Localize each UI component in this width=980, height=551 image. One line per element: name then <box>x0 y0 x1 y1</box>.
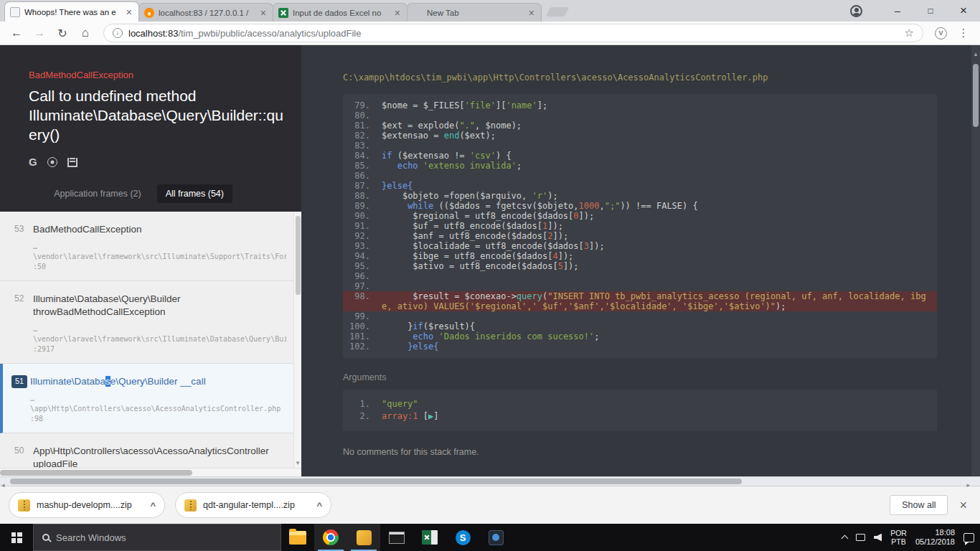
site-info-icon[interactable] <box>113 28 123 38</box>
downloads-actions: Show all <box>890 495 971 515</box>
download-name: qdt-angular-templ....zip <box>203 500 295 510</box>
download-name: mashup-developm....zip <box>37 500 132 510</box>
code-line: 87.}else{ <box>343 181 937 191</box>
frames-vscrollbar[interactable] <box>293 212 301 468</box>
tab-close-icon[interactable] <box>259 8 268 18</box>
forward-button[interactable] <box>29 27 50 39</box>
sidebar-hscrollbar[interactable] <box>0 468 301 476</box>
browser-tab[interactable]: Whoops! There was an e <box>4 1 139 22</box>
download-item[interactable]: mashup-developm....zip <box>9 492 165 518</box>
google-search-icon[interactable] <box>29 156 37 169</box>
language-indicator[interactable]: POR PTB <box>890 529 907 546</box>
notification-center-icon[interactable] <box>963 533 974 542</box>
whoops-sidebar: BadMethodCallException Call to undefined… <box>0 45 301 476</box>
extension-badge-icon[interactable] <box>935 27 947 39</box>
chrome-taskbar-button[interactable] <box>314 524 347 551</box>
frame-title: App\Http\Controllers\acesso\AcessoAnalyt… <box>33 445 286 458</box>
tray-expand-icon[interactable] <box>842 535 849 542</box>
downloads-close-icon[interactable] <box>959 498 967 513</box>
code-line: 91. $uf = utf8_encode($dados[1]); <box>343 221 937 231</box>
stack-frame[interactable]: 50App\Http\Controllers\acesso\AcessoAnal… <box>0 433 293 468</box>
home-button[interactable] <box>75 26 96 40</box>
page-vscroll-thumb[interactable] <box>973 64 979 127</box>
photos-taskbar-button[interactable] <box>479 524 512 551</box>
file-path: C:\xampp\htdocs\tim_pwbi\app\Http\Contro… <box>343 72 937 83</box>
stack-frame[interactable]: 53BadMethodCallException…\vendor\laravel… <box>0 212 293 281</box>
tab-title: localhost:83 / 127.0.0.1 / <box>159 9 255 17</box>
language-bottom: PTB <box>890 537 907 546</box>
show-all-button[interactable]: Show all <box>890 495 948 515</box>
tab-application-frames[interactable]: Application frames (2) <box>54 189 141 199</box>
exception-class: BadMethodCallException <box>29 70 284 80</box>
editor-taskbar-button[interactable] <box>347 524 380 551</box>
page-hscroll-thumb[interactable] <box>10 479 742 484</box>
sidebar-hscroll-thumb[interactable] <box>0 470 192 476</box>
frames-filter-tabs: Application frames (2) All frames (54) <box>0 169 301 212</box>
download-caret-icon[interactable] <box>316 500 322 511</box>
scroll-down-icon[interactable] <box>296 455 300 468</box>
taskbar-apps <box>281 524 512 551</box>
help-icon[interactable] <box>47 157 57 167</box>
clock[interactable]: 18:08 05/12/2018 <box>915 528 955 547</box>
selected-text: s <box>105 376 110 387</box>
taskbar-search-input[interactable]: Search Windows <box>33 524 281 551</box>
page-hscrollbar[interactable] <box>0 476 980 486</box>
tab-close-icon[interactable] <box>527 8 536 18</box>
back-button[interactable] <box>6 27 27 39</box>
code-panel: C:\xampp\htdocs\tim_pwbi\app\Http\Contro… <box>301 45 971 476</box>
code-line: 95. $ativo = utf8_encode($dados[5]); <box>343 261 937 271</box>
profile-icon[interactable] <box>850 5 862 17</box>
code-line: 102. }else{ <box>343 342 937 352</box>
address-bar[interactable]: localhost:83/tim_pwbi/public/acesso/anal… <box>103 24 923 42</box>
close-button[interactable] <box>947 0 980 22</box>
photos-icon <box>489 530 504 545</box>
tab-close-icon[interactable] <box>125 7 133 17</box>
terminal-icon <box>389 532 405 544</box>
start-button[interactable] <box>0 524 33 551</box>
code-block: 79.$nome = $_FILES['file']['name'];80.81… <box>343 94 937 358</box>
frame-number: 51 <box>11 375 27 388</box>
bookmark-star-icon[interactable] <box>905 27 914 39</box>
new-tab-button[interactable] <box>546 7 570 17</box>
code-line: 80. <box>343 110 937 121</box>
scroll-left-icon[interactable] <box>1 477 5 490</box>
terminal-taskbar-button[interactable] <box>380 524 413 551</box>
argument-row: 1."query" <box>343 398 937 410</box>
tab-close-icon[interactable] <box>393 8 402 18</box>
browser-tab[interactable]: localhost:83 / 127.0.0.1 / <box>138 3 273 22</box>
stack-frame[interactable]: 51Illuminate\Database\Query\Builder __ca… <box>0 364 293 433</box>
skype-taskbar-button[interactable] <box>446 524 479 551</box>
reload-button[interactable] <box>52 27 73 40</box>
line-number: 80. <box>343 110 382 121</box>
line-number: 87. <box>343 181 382 191</box>
display-icon[interactable] <box>856 534 865 541</box>
scroll-up-icon[interactable] <box>971 46 980 59</box>
frames-vscroll-thumb[interactable] <box>296 216 301 295</box>
browser-tab[interactable]: New Tab <box>407 3 542 22</box>
line-number: 101. <box>343 331 382 342</box>
download-items: mashup-developm....zipqdt-angular-templ.… <box>9 492 331 518</box>
code-line: 96. <box>343 271 937 281</box>
frame-subtitle: uploadFile <box>33 458 286 468</box>
browser-menu-icon[interactable] <box>953 27 974 39</box>
tab-all-frames[interactable]: All frames (54) <box>157 184 232 203</box>
volume-icon[interactable] <box>874 534 882 542</box>
maximize-button[interactable] <box>914 0 947 22</box>
file-explorer-taskbar-button[interactable] <box>281 524 314 551</box>
download-caret-icon[interactable] <box>150 500 156 511</box>
search-placeholder: Search Windows <box>56 532 126 543</box>
browser-tab[interactable]: Input de dados Excel no <box>273 3 407 22</box>
page-vscrollbar[interactable] <box>971 45 980 476</box>
code-line: 86. <box>343 171 937 181</box>
navigation-bar: localhost:83/tim_pwbi/public/acesso/anal… <box>0 22 980 45</box>
scroll-right-icon[interactable] <box>966 477 970 490</box>
frame-title: BadMethodCallException <box>33 223 286 236</box>
download-item[interactable]: qdt-angular-templ....zip <box>175 492 331 518</box>
stackoverflow-icon[interactable] <box>67 158 77 167</box>
minimize-button[interactable] <box>881 0 914 22</box>
stack-frame[interactable]: 52Illuminate\Database\Query\Builderthrow… <box>0 281 293 364</box>
code-line: 79.$nome = $_FILES['file']['name']; <box>343 100 937 110</box>
code-line: 99. <box>343 311 937 321</box>
frame-subtitle: throwBadMethodCallException <box>33 306 286 319</box>
excel-taskbar-button[interactable] <box>413 524 446 551</box>
